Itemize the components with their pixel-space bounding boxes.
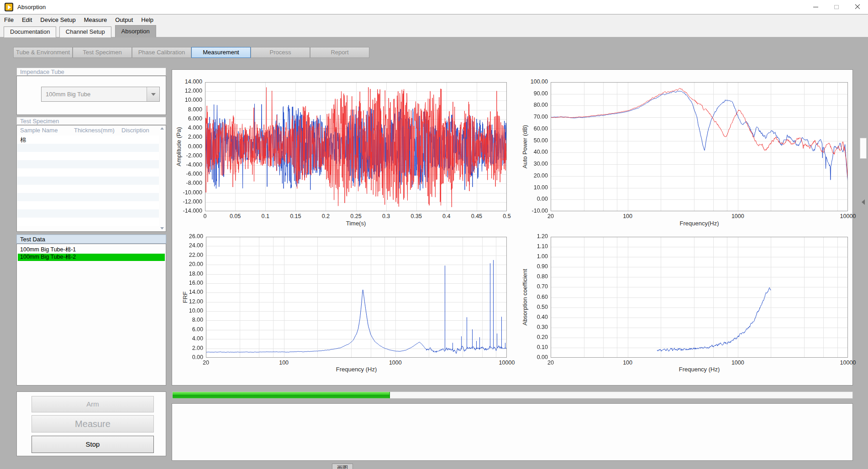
test-data-list: 100mm Big Tube-棉-1100mm Big Tube-棉-2	[16, 244, 166, 386]
y-tick-label: -4.000	[179, 162, 202, 168]
autopower-chart-ylabel: Auto Power (dB)	[521, 82, 528, 211]
test-specimen-table: Sample NameThickness(mm)Discription 棉	[16, 125, 166, 232]
test-data-item[interactable]: 100mm Big Tube-棉-2	[18, 254, 165, 261]
y-tick-label: 22.00	[179, 252, 203, 258]
app-icon	[5, 3, 13, 11]
x-tick-label: 20	[538, 213, 563, 219]
subtab-measurement[interactable]: Measurement	[191, 47, 251, 58]
y-tick-label: 0.50	[524, 304, 548, 310]
y-tick-label: 0.30	[524, 324, 548, 330]
subtab-report[interactable]: Report	[310, 47, 369, 58]
measure-button[interactable]: Measure	[32, 415, 154, 433]
frf-chart	[206, 237, 507, 358]
test-data-item[interactable]: 100mm Big Tube-棉-1	[18, 246, 165, 254]
absorption-chart	[551, 237, 848, 358]
table-row[interactable]	[17, 152, 159, 160]
menu-measure[interactable]: Measure	[80, 15, 111, 25]
maximize-icon	[834, 5, 839, 9]
close-icon	[855, 4, 860, 10]
y-tick-label: 10.000	[179, 97, 202, 103]
table-row[interactable]	[17, 209, 159, 218]
close-button[interactable]	[847, 0, 868, 14]
impedance-tube-label: Impendace Tube	[16, 68, 166, 76]
tab-absorption[interactable]: Absorption	[115, 25, 156, 37]
table-row[interactable]	[17, 160, 159, 168]
y-tick-label: 12.000	[179, 88, 202, 94]
impedance-tube-value: 100mm Big Tube	[42, 91, 147, 98]
table-row[interactable]	[17, 185, 159, 193]
menu-help[interactable]: Help	[137, 15, 158, 25]
scroll-up-icon[interactable]	[160, 127, 164, 130]
scroll-down-icon[interactable]	[160, 227, 164, 229]
tabstrip: DocumentationChannel SetupAbsorption	[0, 25, 868, 37]
x-tick-label: 0.15	[283, 213, 308, 219]
x-tick-label: 20	[193, 360, 219, 366]
y-tick-label: 20.00	[524, 172, 548, 179]
x-tick-label: 10000	[835, 360, 861, 366]
y-tick-label: 0.80	[524, 273, 548, 280]
y-tick-label: 6.00	[179, 326, 203, 333]
x-tick-label: 0	[192, 213, 218, 219]
y-tick-label: 10.00	[524, 184, 548, 191]
y-tick-label: 50.00	[524, 137, 548, 144]
x-tick-label: 0.45	[464, 213, 489, 219]
arm-button[interactable]: Arm	[32, 396, 154, 412]
y-tick-label: -6.000	[179, 171, 202, 177]
titlebar: Absorption	[0, 0, 868, 14]
maximize-button[interactable]	[826, 0, 847, 14]
stop-button[interactable]: Stop	[32, 436, 154, 453]
tab-documentation[interactable]: Documentation	[4, 26, 56, 37]
x-tick-label: 100	[615, 360, 641, 366]
menu-output[interactable]: Output	[111, 15, 137, 25]
cell-sample_name: 棉	[20, 136, 26, 144]
y-tick-label: 2.00	[179, 345, 203, 351]
table-row[interactable]	[17, 218, 159, 226]
y-tick-label: 40.00	[524, 149, 548, 155]
menu-device-setup[interactable]: Device Setup	[36, 15, 79, 25]
x-tick-label: 0.3	[374, 213, 399, 219]
y-tick-label: 10.00	[179, 307, 203, 314]
y-tick-label: 1.00	[524, 253, 548, 260]
y-tick-label: 0.00	[524, 196, 548, 202]
app-window: Absorption FileEditDevice SetupMeasureOu…	[0, 0, 868, 469]
vertical-scrollbar-thumb[interactable]	[860, 138, 867, 159]
y-tick-label: 0.60	[524, 294, 548, 300]
y-tick-label: 4.00	[179, 335, 203, 342]
y-tick-label: 8.000	[179, 106, 202, 113]
minimize-button[interactable]	[805, 0, 826, 14]
menu-edit[interactable]: Edit	[18, 15, 36, 25]
minimize-icon	[813, 7, 818, 7]
bottom-tab-huitu[interactable]: 画图	[332, 464, 353, 469]
table-row[interactable]	[17, 201, 159, 209]
table-row[interactable]	[17, 193, 159, 201]
table-row[interactable]: 棉	[17, 135, 159, 144]
x-tick-label: 0.05	[222, 213, 248, 219]
subtab-test-specimen[interactable]: Test Specimen	[73, 47, 132, 58]
menu-file[interactable]: File	[0, 15, 18, 25]
x-tick-label: 100	[615, 213, 641, 219]
subtab-tube-environment[interactable]: Tube & Environment	[13, 47, 73, 58]
table-row[interactable]	[17, 168, 159, 177]
table-row[interactable]	[17, 144, 159, 152]
y-tick-label: -10.000	[179, 189, 202, 196]
x-tick-label: 0.4	[434, 213, 459, 219]
tab-channel-setup[interactable]: Channel Setup	[59, 26, 111, 37]
table-row[interactable]	[17, 177, 159, 185]
impedance-tube-dropdown[interactable]: 100mm Big Tube	[41, 87, 160, 102]
autopower-chart	[551, 82, 848, 211]
y-tick-label: 0.40	[524, 314, 548, 320]
lower-panel	[172, 403, 853, 461]
column-header-sample-name: Sample Name	[20, 127, 58, 134]
collapse-left-icon[interactable]	[862, 199, 865, 205]
column-header-thickness-mm: Thickness(mm)	[74, 127, 115, 134]
y-tick-label: 6.000	[179, 115, 202, 122]
table-scrollbar[interactable]	[159, 126, 165, 231]
y-tick-label: 0.90	[524, 263, 548, 270]
x-tick-label: 1000	[725, 213, 751, 219]
dropdown-arrow-button[interactable]	[147, 87, 159, 101]
column-header-discription: Discription	[121, 127, 149, 134]
y-tick-label: 8.00	[179, 317, 203, 323]
subtab-process[interactable]: Process	[251, 47, 310, 58]
subtab-phase-calibration[interactable]: Phase Calibration	[132, 47, 191, 58]
y-tick-label: 18.00	[179, 271, 203, 277]
